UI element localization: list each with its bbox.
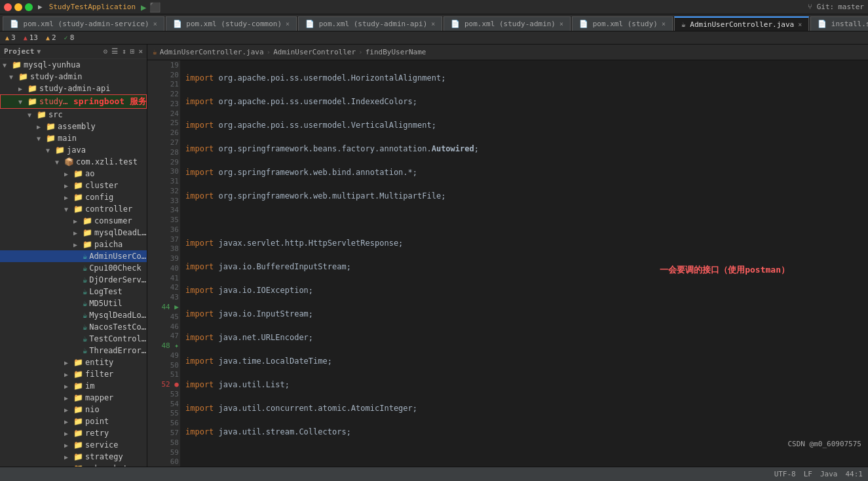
sidebar-item-testcontroller[interactable]: ☕ TestController	[0, 333, 147, 345]
gutter-49: 49	[147, 351, 180, 360]
line-24: import org.springframework.web.multipart…	[185, 190, 863, 202]
sidebar-item-strategy[interactable]: ▶ 📁 strategy	[0, 451, 147, 463]
sidebar-item-label: NacosTestControll...	[89, 322, 147, 332]
sidebar-item-java[interactable]: ▼ 📁 java	[0, 144, 147, 156]
sidebar-item-md5util[interactable]: ☕ MD5Util	[0, 298, 147, 309]
tab-close-icon[interactable]: ×	[286, 20, 290, 28]
sidebar-item-service[interactable]: ▶ 📁 service	[0, 439, 147, 451]
sidebar-item-src[interactable]: ▼ 📁 src	[0, 109, 147, 121]
sidebar-item-djorder[interactable]: ☕ DjOrderServiceDr...	[0, 274, 147, 286]
run-button[interactable]: ▶	[141, 2, 146, 12]
tab-install[interactable]: 📄 install.sh ×	[810, 16, 868, 31]
folder-icon: 📁	[73, 417, 83, 426]
sidebar-item-ao[interactable]: ▶ 📁 ao	[0, 168, 147, 180]
folder-icon: 📁	[73, 405, 83, 414]
sidebar-item-assembly[interactable]: ▶ 📁 assembly	[0, 121, 147, 132]
gutter-36: 36	[147, 225, 180, 235]
sidebar-sort-icon[interactable]: ↕	[122, 47, 126, 56]
sidebar-item-com-xzli-test[interactable]: ▼ 📦 com.xzli.test	[0, 156, 147, 168]
arrow-icon: ▼	[37, 135, 46, 142]
tab-pom-admin[interactable]: 📄 pom.xml (study-admin) ×	[443, 16, 571, 31]
sidebar-item-cluster[interactable]: ▶ 📁 cluster	[0, 180, 147, 191]
sidebar-item-threaderror[interactable]: ☕ ThreadErrorTestC...	[0, 345, 147, 356]
sidebar-item-filter[interactable]: ▶ 📁 filter	[0, 368, 147, 380]
gutter-55: 55	[147, 409, 180, 419]
tab-close-icon[interactable]: ×	[431, 20, 435, 28]
gutter-20: 20	[147, 70, 180, 80]
check-count-label: 8	[70, 33, 75, 42]
arrow-icon: ▼	[55, 159, 64, 166]
sidebar-item-label: retry	[85, 429, 109, 438]
gutter-53: 53	[147, 389, 180, 399]
sidebar-item-retry[interactable]: ▶ 📁 retry	[0, 427, 147, 439]
tab-close-icon[interactable]: ×	[662, 20, 666, 28]
folder-icon: 📁	[28, 97, 37, 106]
sidebar-item-label: mysqlDeadLockT...	[94, 228, 147, 237]
sidebar-item-mysql-yunhua[interactable]: ▼ 📁 mysql-yunhua	[0, 59, 147, 71]
sidebar-item-im[interactable]: ▶ 📁 im	[0, 380, 147, 392]
sidebar-icons: ⚙ ☰ ↕ ⊞ ×	[104, 47, 143, 56]
java-file-icon: ☕	[83, 346, 87, 355]
minimize-button[interactable]	[14, 3, 22, 11]
status-bar: UTF-8 LF Java 44:1	[0, 467, 868, 481]
tab-pom-study[interactable]: 📄 pom.xml (study) ×	[572, 16, 673, 31]
sidebar-item-config[interactable]: ▶ 📁 config	[0, 191, 147, 203]
arrow-icon: ▼	[3, 62, 12, 69]
sidebar-item-nacostest[interactable]: ☕ NacosTestControll...	[0, 321, 147, 333]
sidebar-list-icon[interactable]: ☰	[111, 47, 118, 56]
sidebar-item-point[interactable]: ▶ 📁 point	[0, 415, 147, 427]
sidebar-item-logtest[interactable]: ☕ LogTest	[0, 286, 147, 298]
sidebar-item-label: ao	[85, 169, 94, 178]
sidebar-item-mysqldeadlock[interactable]: ▶ 📁 mysqlDeadLockT...	[0, 227, 147, 239]
tab-pom-admin-api[interactable]: 📄 pom.xml (study-admin-api) ×	[298, 16, 442, 31]
tab-close-icon[interactable]: ×	[559, 20, 563, 28]
arrow-icon: ▶	[64, 182, 73, 189]
sidebar-item-entity[interactable]: ▶ 📁 entity	[0, 356, 147, 368]
tab-close-icon[interactable]: ×	[798, 21, 802, 28]
debug-button[interactable]: ⬛	[149, 2, 160, 12]
tab-pom-common[interactable]: 📄 pom.xml (study-common) ×	[166, 16, 297, 31]
sidebar-header: Project ▼ ⚙ ☰ ↕ ⊞ ×	[0, 45, 147, 59]
sidebar-item-nio[interactable]: ▶ 📁 nio	[0, 404, 147, 415]
tab-pom-admin-service[interactable]: 📄 pom.xml (study-admin-service) ×	[3, 16, 164, 31]
sidebar-item-label: config	[85, 193, 113, 202]
sidebar-title: Project	[4, 47, 34, 56]
run-config-name[interactable]: StudyTestApplication	[49, 3, 136, 11]
window-controls	[4, 3, 33, 11]
sidebar-item-label: mapper	[85, 393, 113, 402]
maximize-button[interactable]	[25, 3, 33, 11]
sidebar-item-controller[interactable]: ▼ 📁 controller	[0, 203, 147, 215]
sidebar-item-consumer[interactable]: ▶ 📁 consumer	[0, 215, 147, 227]
tab-close-icon[interactable]: ×	[153, 20, 157, 28]
code-editor[interactable]: 19 20 21 22 23 24 25 26 27 28 29 30 31 3…	[147, 60, 868, 467]
sidebar-item-label: controller	[85, 204, 132, 214]
warning-bar: ▲ 3 ▲ 13 ▲ 2 ✓ 8	[0, 31, 868, 45]
arrow-icon: ▶	[64, 359, 73, 366]
sidebar-item-paicha[interactable]: ▶ 📁 paicha	[0, 239, 147, 250]
folder-icon: 📁	[37, 110, 47, 119]
java-file-icon: ☕	[83, 287, 87, 296]
sidebar-item-study-admin[interactable]: ▼ 📁 study-admin	[0, 71, 147, 83]
sidebar-item-mysqldeadlockc[interactable]: ☕ MysqlDeadLockC...	[0, 309, 147, 321]
gutter-23: 23	[147, 99, 180, 109]
sidebar-item-mapper[interactable]: ▶ 📁 mapper	[0, 392, 147, 404]
arrow-icon: ▶	[64, 418, 73, 425]
sidebar-item-main[interactable]: ▼ 📁 main	[0, 132, 147, 144]
sidebar-item-study-admin-api[interactable]: ▶ 📁 study-admin-api	[0, 83, 147, 94]
line-29: import java.io.InputStream;	[185, 308, 863, 320]
sidebar-item-cpu100check[interactable]: ☕ Cpu100Check	[0, 262, 147, 274]
close-button[interactable]	[4, 3, 12, 11]
sidebar-close-icon[interactable]: ×	[138, 47, 143, 56]
gutter-40: 40	[147, 263, 180, 273]
java-file-icon: ☕	[83, 275, 87, 284]
gutter-47: 47	[147, 331, 180, 341]
tab-admin-user-controller[interactable]: ☕ AdminUserController.java ×	[674, 16, 809, 31]
sidebar-expand-icon[interactable]: ⊞	[130, 47, 135, 56]
sidebar-item-study-admin-service[interactable]: ▼ 📁 study-admin-service springboot 服务	[0, 94, 147, 109]
project-label: ▶	[38, 3, 43, 11]
sidebar-settings-icon[interactable]: ⚙	[104, 47, 108, 56]
sidebar-dropdown-icon[interactable]: ▼	[37, 48, 41, 55]
warning-count-2: ▲ 2	[46, 33, 56, 42]
editor-wrapper: ☕ AdminUserController.java › AdminUserCo…	[147, 45, 868, 467]
sidebar-item-admin-user-controller[interactable]: ☕ AdminUserContr...	[0, 250, 147, 262]
